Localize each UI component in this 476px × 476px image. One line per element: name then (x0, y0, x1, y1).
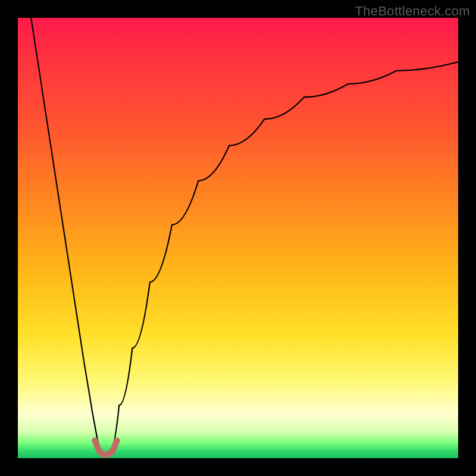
plot-area (18, 18, 458, 458)
optimal-notch-dot-right (114, 437, 120, 443)
optimal-notch-dot-left (92, 437, 98, 443)
chart-frame: TheBottleneck.com (0, 0, 476, 476)
curve-right-ascent (110, 62, 458, 449)
optimal-notch-marker (95, 440, 117, 455)
curve-left-descent (31, 18, 99, 449)
watermark-text: TheBottleneck.com (355, 4, 470, 19)
curve-layer (18, 18, 458, 458)
